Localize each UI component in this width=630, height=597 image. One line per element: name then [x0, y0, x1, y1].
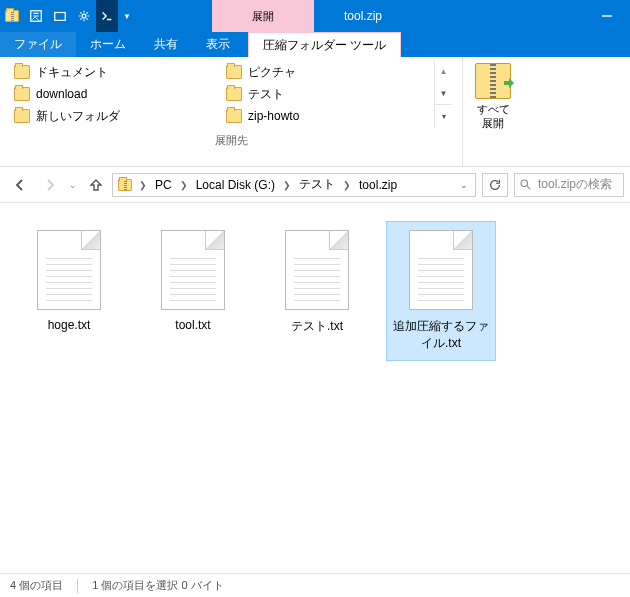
dest-item[interactable]: テスト: [222, 83, 434, 105]
file-name: hoge.txt: [48, 318, 91, 332]
tab-compressed-tools[interactable]: 圧縮フォルダー ツール: [248, 32, 401, 57]
file-item[interactable]: テスト.txt: [262, 221, 372, 344]
crumb-segment[interactable]: Local Disk (G:): [192, 174, 279, 196]
ribbon-group-label: 展開先: [10, 133, 452, 148]
svg-point-2: [82, 14, 86, 18]
ribbon-context-header: 展開: [212, 0, 314, 32]
text-file-icon: [409, 230, 473, 310]
gallery-up-button[interactable]: ▲: [435, 61, 452, 83]
file-name: テスト.txt: [291, 318, 343, 335]
dest-item[interactable]: zip-howto: [222, 105, 434, 127]
text-file-icon: [37, 230, 101, 310]
text-file-icon: [161, 230, 225, 310]
dest-item[interactable]: 新しいフォルダ: [10, 105, 222, 127]
folder-icon: [0, 0, 24, 32]
file-name: 追加圧縮するファイル.txt: [391, 318, 491, 352]
tab-share[interactable]: 共有: [140, 32, 192, 57]
divider: [77, 579, 78, 593]
title-bar: ▼ 展開 tool.zip: [0, 0, 630, 32]
zip-folder-icon: [115, 179, 135, 191]
dest-item[interactable]: download: [10, 83, 222, 105]
crumb-segment[interactable]: tool.zip: [355, 174, 401, 196]
extract-all-button[interactable]: すべて 展開: [463, 57, 523, 166]
dest-col-2: ピクチャ テスト zip-howto: [222, 61, 434, 127]
text-file-icon: [285, 230, 349, 310]
ribbon: ドキュメント download 新しいフォルダ ピクチャ テスト zip-how…: [0, 57, 630, 167]
address-bar: ⌄ ❯ PC ❯ Local Disk (G:) ❯ テスト ❯ tool.zi…: [0, 167, 630, 203]
search-placeholder: tool.zipの検索: [538, 176, 612, 193]
svg-point-3: [521, 180, 528, 187]
qat-properties-button[interactable]: [24, 0, 48, 32]
file-name: tool.txt: [175, 318, 210, 332]
chevron-right-icon[interactable]: ❯: [339, 180, 355, 190]
qat-more-button[interactable]: ▼: [118, 12, 136, 21]
chevron-right-icon[interactable]: ❯: [279, 180, 295, 190]
quick-access-toolbar: ▼: [0, 0, 136, 32]
crumb-segment[interactable]: テスト: [295, 174, 339, 196]
qat-newfolder-button[interactable]: [48, 0, 72, 32]
ribbon-tabs: ファイル ホーム 共有 表示 圧縮フォルダー ツール: [0, 32, 630, 57]
svg-rect-1: [55, 13, 66, 21]
dest-item[interactable]: ドキュメント: [10, 61, 222, 83]
file-item[interactable]: hoge.txt: [14, 221, 124, 341]
file-item[interactable]: tool.txt: [138, 221, 248, 341]
gallery-down-button[interactable]: ▼: [435, 83, 452, 105]
forward-button[interactable]: [36, 171, 64, 199]
back-button[interactable]: [6, 171, 34, 199]
file-item[interactable]: 追加圧縮するファイル.txt: [386, 221, 496, 361]
extract-destinations-group: ドキュメント download 新しいフォルダ ピクチャ テスト zip-how…: [0, 57, 463, 166]
search-icon: [519, 178, 532, 191]
gallery-more-button[interactable]: ▾: [435, 104, 452, 127]
status-bar: 4 個の項目 1 個の項目を選択 0 バイト: [0, 573, 630, 597]
qat-settings-button[interactable]: [72, 0, 96, 32]
chevron-right-icon[interactable]: ❯: [176, 180, 192, 190]
file-list[interactable]: hoge.txttool.txtテスト.txt追加圧縮するファイル.txt: [0, 203, 630, 573]
dest-col-1: ドキュメント download 新しいフォルダ: [10, 61, 222, 127]
tab-home[interactable]: ホーム: [76, 32, 140, 57]
minimize-button[interactable]: [584, 0, 630, 32]
search-input[interactable]: tool.zipの検索: [514, 173, 624, 197]
status-item-count: 4 個の項目: [10, 578, 63, 593]
tab-view[interactable]: 表示: [192, 32, 244, 57]
status-selection: 1 個の項目を選択 0 バイト: [92, 578, 223, 593]
dest-item[interactable]: ピクチャ: [222, 61, 434, 83]
dest-gallery-controls: ▲ ▼ ▾: [434, 61, 452, 127]
crumb-segment[interactable]: PC: [151, 174, 176, 196]
breadcrumb-dropdown[interactable]: ⌄: [455, 180, 473, 190]
breadcrumb[interactable]: ❯ PC ❯ Local Disk (G:) ❯ テスト ❯ tool.zip …: [112, 173, 476, 197]
up-button[interactable]: [82, 171, 110, 199]
tab-file[interactable]: ファイル: [0, 32, 76, 57]
recent-locations-button[interactable]: ⌄: [66, 171, 80, 199]
qat-powershell-button[interactable]: [96, 0, 118, 32]
window-title: tool.zip: [314, 9, 382, 23]
chevron-right-icon[interactable]: ❯: [135, 180, 151, 190]
extract-all-icon: [475, 63, 511, 99]
refresh-button[interactable]: [482, 173, 508, 197]
